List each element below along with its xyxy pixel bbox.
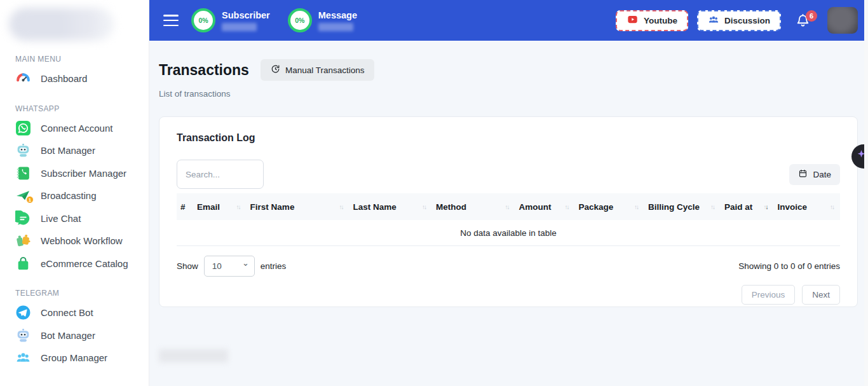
manual-transactions-label: Manual Transactions (285, 65, 365, 75)
page-title: Transactions (159, 62, 249, 79)
column-header-package[interactable]: Package↑↓ (574, 202, 644, 212)
next-page-button[interactable]: Next (802, 285, 840, 305)
sidebar-item-live-chat[interactable]: Live Chat (0, 207, 149, 230)
top-header: 0% Subscriber 0% Message Youtube Discuss… (149, 0, 868, 41)
sidebar-item-bot-manager-whatsapp[interactable]: Bot Manager (0, 139, 149, 162)
sidebar-item-label: Connect Bot (41, 307, 93, 318)
hamburger-menu-icon[interactable] (163, 15, 179, 26)
broadcasting-badge: 1 (26, 196, 34, 203)
column-header-billing-cycle[interactable]: Billing Cycle↑↓ (644, 202, 721, 212)
message-progress-ring: 0% (288, 8, 312, 32)
date-filter-button[interactable]: Date (789, 164, 840, 185)
youtube-button[interactable]: Youtube (616, 10, 688, 31)
chat-bubble-icon (15, 210, 31, 226)
scrollbar-track[interactable] (864, 0, 868, 386)
sidebar-item-connect-bot[interactable]: Connect Bot (0, 301, 149, 324)
sidebar: MAIN MENU Dashboard WHATSAPP Connect Acc… (0, 0, 149, 386)
gauge-icon (15, 71, 31, 86)
paper-plane-icon: 1 (15, 188, 31, 203)
subscriber-stat: 0% Subscriber (191, 8, 270, 32)
sort-icon: ↑↓ (339, 203, 342, 210)
subscriber-progress-ring: 0% (191, 8, 215, 32)
sort-icon: ↑↓ (830, 203, 834, 210)
transaction-log-card: Transaction Log Date # Email↑↓ First Nam… (159, 116, 858, 307)
sidebar-item-label: Connect Account (41, 123, 112, 134)
footer-text-redacted (159, 349, 228, 362)
column-header-invoice[interactable]: Invoice↑↓ (774, 202, 840, 212)
robot-blue-icon (15, 327, 31, 343)
sidebar-item-label: Broadcasting (41, 190, 97, 201)
sort-icon: ↑↓ (710, 203, 714, 210)
sort-icon: ↑↓ (505, 203, 508, 210)
sort-desc-icon: ↑↓ (764, 203, 768, 210)
subscriber-stat-label: Subscriber (222, 10, 270, 20)
group-icon (15, 350, 31, 366)
page-size-select[interactable]: 10 (204, 256, 255, 277)
youtube-icon (627, 15, 639, 26)
manual-transactions-button[interactable]: Manual Transactions (261, 59, 375, 81)
show-label: Show (177, 261, 198, 271)
sidebar-item-label: Bot Manager (41, 330, 95, 341)
previous-page-button[interactable]: Previous (742, 285, 796, 305)
sidebar-item-subscriber-manager[interactable]: Subscriber Manager (0, 162, 149, 185)
calendar-icon (798, 169, 808, 180)
sidebar-item-label: Dashboard (41, 73, 87, 84)
search-input[interactable] (177, 160, 264, 189)
user-avatar[interactable] (827, 7, 858, 34)
table-header-row: # Email↑↓ First Name↑↓ Last Name↑↓ Metho… (177, 193, 840, 220)
card-title: Transaction Log (177, 132, 840, 144)
telegram-icon (15, 305, 31, 321)
sidebar-item-dashboard[interactable]: Dashboard (0, 67, 149, 90)
discussion-button[interactable]: Discussion (697, 10, 781, 31)
sidebar-item-connect-account[interactable]: Connect Account (0, 117, 149, 140)
column-header-amount[interactable]: Amount↑↓ (515, 202, 574, 212)
main-content: Transactions Manual Transactions List of… (149, 0, 868, 362)
sidebar-item-webhook-workflow[interactable]: Webhook Workflow (0, 230, 149, 252)
sort-icon: ↑↓ (236, 203, 240, 210)
sidebar-item-bot-manager-telegram[interactable]: Bot Manager (0, 324, 149, 347)
contact-book-icon (15, 165, 31, 181)
sidebar-item-ecommerce-catalog[interactable]: eCommerce Catalog (0, 252, 149, 275)
notification-bell-icon[interactable]: 6 (795, 13, 811, 29)
sidebar-item-label: Webhook Workflow (41, 235, 123, 246)
sidebar-item-broadcasting[interactable]: 1 Broadcasting (0, 184, 149, 207)
sidebar-item-group-manager[interactable]: Group Manager (0, 347, 149, 369)
table-empty-message: No data available in table (177, 220, 840, 246)
sort-icon: ↑↓ (422, 203, 426, 210)
pagination-summary: Showing 0 to 0 of 0 entries (738, 261, 840, 271)
sidebar-item-label: Live Chat (41, 213, 81, 224)
sort-icon: ↑↓ (564, 203, 568, 210)
history-icon (271, 64, 280, 76)
discussion-people-icon (708, 14, 719, 27)
message-stat-label: Message (318, 10, 357, 20)
sidebar-section-whatsapp: WHATSAPP (15, 104, 133, 113)
column-header-first-name[interactable]: First Name↑↓ (247, 202, 349, 212)
column-header-index[interactable]: # (177, 202, 193, 212)
whatsapp-icon (15, 120, 31, 136)
sidebar-item-label: Subscriber Manager (41, 168, 126, 179)
sidebar-item-label: Bot Manager (41, 145, 95, 156)
sidebar-item-label: eCommerce Catalog (41, 258, 128, 269)
notification-count-badge: 6 (806, 10, 817, 22)
subscriber-stat-value-redacted (222, 23, 257, 31)
column-header-email[interactable]: Email↑↓ (193, 202, 247, 212)
robot-icon (15, 142, 31, 158)
app-logo (9, 8, 114, 41)
page-subtitle: List of transactions (159, 89, 858, 99)
sidebar-item-label: Group Manager (41, 352, 107, 363)
entries-label: entries (261, 261, 287, 271)
message-stat-value-redacted (318, 23, 353, 31)
date-button-label: Date (813, 170, 831, 179)
sidebar-section-main-menu: MAIN MENU (15, 55, 133, 64)
sidebar-section-telegram: TELEGRAM (15, 289, 133, 298)
column-header-last-name[interactable]: Last Name↑↓ (349, 202, 432, 212)
column-header-paid-at[interactable]: Paid at↑↓ (721, 202, 774, 212)
shopping-bag-icon (15, 256, 31, 272)
message-stat: 0% Message (288, 8, 357, 32)
column-header-method[interactable]: Method↑↓ (432, 202, 515, 212)
puzzle-icon (15, 233, 31, 249)
youtube-button-label: Youtube (644, 16, 677, 25)
sort-icon: ↑↓ (634, 203, 638, 210)
discussion-button-label: Discussion (724, 16, 770, 25)
